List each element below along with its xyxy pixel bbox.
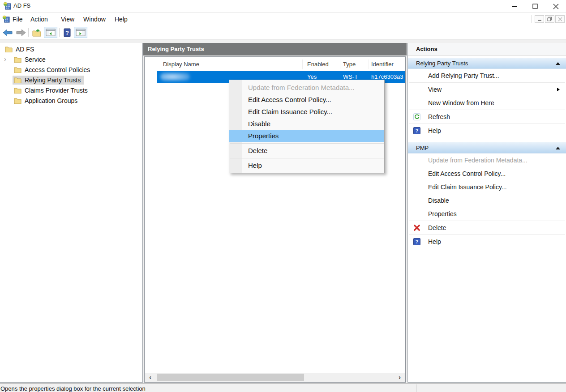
status-bar-divider — [478, 384, 478, 392]
minimize-icon — [512, 4, 517, 9]
action-item-label: Delete — [428, 224, 446, 231]
tree-item-label: Service — [25, 56, 46, 63]
action-refresh[interactable]: Refresh — [408, 110, 566, 124]
action-add-relying-party-trust[interactable]: Add Relying Party Trust... — [408, 69, 566, 82]
action-delete[interactable]: Delete — [408, 221, 566, 234]
menu-help[interactable]: Help — [115, 13, 128, 26]
menu-file[interactable]: File — [13, 13, 23, 26]
title-bar: AD FS — [0, 0, 566, 13]
child-restore-icon — [547, 17, 552, 21]
tree-item-label: Application Groups — [25, 97, 77, 104]
tree-item-label: Claims Provider Trusts — [25, 87, 88, 94]
action-edit-access-control-policy[interactable]: Edit Access Control Policy... — [408, 167, 566, 180]
action-properties[interactable]: Properties — [408, 207, 566, 221]
minimize-button[interactable] — [504, 0, 525, 13]
child-close-icon — [558, 17, 562, 21]
action-pane-icon — [76, 29, 86, 36]
action-item-label: Add Relying Party Trust... — [428, 72, 499, 79]
context-menu-separator — [230, 158, 384, 158]
tree-item-service[interactable]: › Service — [0, 54, 142, 64]
action-new-window-from-here[interactable]: New Window from Here — [408, 96, 566, 110]
list-column-header-row: Display Name Enabled Type Identifier — [145, 59, 405, 70]
context-menu: Update from Federation Metadata... Edit … — [229, 80, 385, 173]
tree-item-access-control-policies[interactable]: Access Control Policies — [0, 64, 142, 75]
column-display-name[interactable]: Display Name — [163, 59, 199, 70]
chevron-right-icon[interactable]: › — [4, 54, 6, 64]
toolbar-separator — [59, 28, 60, 37]
tree-item-label: Relying Party Trusts — [25, 77, 81, 84]
svg-text:?: ? — [416, 239, 419, 244]
column-divider — [340, 60, 340, 69]
action-edit-claim-issuance-policy[interactable]: Edit Claim Issuance Policy... — [408, 180, 566, 194]
scroll-left-arrow-icon[interactable]: ‹ — [146, 373, 154, 382]
folder-icon — [14, 87, 21, 94]
maximize-icon — [532, 4, 538, 9]
menu-action[interactable]: Action — [30, 13, 48, 26]
menu-view[interactable]: View — [61, 13, 74, 26]
collapse-arrow-icon[interactable] — [556, 147, 560, 149]
close-button[interactable] — [545, 0, 566, 13]
adfs-snapin-icon — [2, 15, 10, 23]
svg-text:?: ? — [65, 30, 69, 36]
child-window-controls — [531, 15, 565, 23]
action-disable[interactable]: Disable — [408, 194, 566, 207]
action-item-label: New Window from Here — [428, 99, 494, 107]
context-disable[interactable]: Disable — [229, 118, 384, 130]
scrollbar-thumb[interactable] — [157, 374, 304, 381]
action-item-label: View — [428, 86, 442, 93]
help-button[interactable]: ? — [62, 27, 73, 38]
refresh-icon — [413, 113, 420, 120]
column-identifier[interactable]: Identifier — [371, 59, 394, 70]
menu-window[interactable]: Window — [83, 13, 106, 26]
context-properties[interactable]: Properties — [229, 130, 384, 142]
status-bar: Opens the properties dialog box for the … — [0, 383, 566, 392]
action-view[interactable]: View — [408, 83, 566, 96]
action-help-pmp[interactable]: ? Help — [408, 235, 566, 248]
context-item-label: Edit Access Control Policy... — [248, 96, 331, 103]
folder-icon — [5, 46, 13, 52]
action-item-label: Help — [428, 127, 441, 134]
action-item-label: Disable — [428, 197, 449, 204]
tree-item-application-groups[interactable]: Application Groups — [0, 95, 142, 106]
maximize-button[interactable] — [525, 0, 545, 13]
folder-icon — [14, 56, 21, 63]
context-delete[interactable]: Delete — [229, 145, 384, 157]
folder-icon — [14, 98, 21, 104]
scroll-right-arrow-icon[interactable]: › — [395, 373, 404, 382]
actions-section-relying-party-trusts[interactable]: Relying Party Trusts — [408, 57, 566, 69]
forward-button[interactable] — [15, 27, 27, 38]
tree-item-claims-provider-trusts[interactable]: Claims Provider Trusts — [0, 85, 142, 95]
context-edit-claim-issuance-policy[interactable]: Edit Claim Issuance Policy... — [229, 106, 384, 118]
child-restore-button[interactable] — [545, 15, 554, 23]
up-one-level-button[interactable] — [31, 27, 43, 38]
show-action-pane-button[interactable] — [74, 27, 87, 38]
collapse-arrow-icon[interactable] — [556, 62, 560, 65]
up-folder-icon — [32, 28, 42, 37]
folder-icon — [14, 67, 21, 73]
context-help[interactable]: Help — [229, 159, 384, 171]
tree-item-label: AD FS — [16, 46, 34, 53]
context-edit-access-control-policy[interactable]: Edit Access Control Policy... — [229, 94, 384, 106]
tree-item-relying-party-trusts[interactable]: Relying Party Trusts — [0, 75, 142, 85]
help-icon: ? — [413, 127, 420, 134]
adfs-management-window: AD FS File Action View Window Help — [0, 0, 566, 392]
help-icon: ? — [413, 238, 420, 245]
child-close-button[interactable] — [555, 15, 565, 23]
actions-pane-title: Actions — [408, 43, 566, 55]
action-item-label: Help — [428, 238, 441, 245]
child-minimize-button[interactable] — [535, 15, 544, 23]
action-help[interactable]: ? Help — [408, 124, 566, 137]
context-menu-separator — [230, 143, 384, 144]
child-minimize-icon — [537, 17, 542, 21]
back-button[interactable] — [1, 27, 13, 38]
separator — [531, 15, 532, 23]
tree-item-adfs-root[interactable]: AD FS — [0, 44, 142, 54]
context-item-label: Disable — [248, 120, 270, 128]
column-type[interactable]: Type — [343, 59, 356, 70]
delete-icon — [413, 224, 420, 231]
horizontal-scrollbar[interactable]: ‹ › — [145, 373, 405, 382]
actions-section-pmp[interactable]: PMP — [408, 142, 566, 153]
show-console-tree-button[interactable] — [44, 27, 57, 38]
column-enabled[interactable]: Enabled — [307, 59, 329, 70]
submenu-arrow-icon — [557, 88, 560, 91]
